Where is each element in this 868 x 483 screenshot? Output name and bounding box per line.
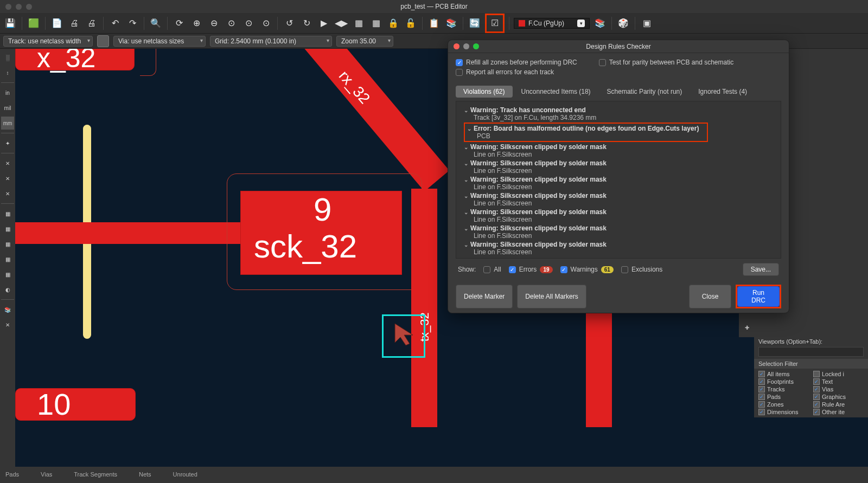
board-setup-icon[interactable]: 🟩 xyxy=(27,16,41,30)
zoom-in-icon[interactable]: ⊕ xyxy=(189,16,203,30)
filter-row[interactable]: ✓Dimensions xyxy=(758,409,809,415)
find-icon[interactable]: 🔍 xyxy=(149,16,163,30)
filter-row[interactable]: Locked i xyxy=(813,371,864,377)
refill-checkbox[interactable]: ✓ xyxy=(456,59,463,66)
delete-marker-button[interactable]: Delete Marker xyxy=(456,285,513,308)
polar-coords-icon[interactable]: ↕ xyxy=(1,66,14,79)
tab-ignored[interactable]: Ignored Tests (4) xyxy=(691,86,755,98)
run-drc-button[interactable]: Run DRC xyxy=(737,286,780,307)
update-pcb-icon[interactable]: 🔄 xyxy=(468,16,482,30)
filter-row[interactable]: ✓Zones xyxy=(758,401,809,408)
filter-row[interactable]: ✓Rule Are xyxy=(813,401,864,408)
group-icon[interactable]: ▦ xyxy=(352,16,366,30)
ratsnest-hide-icon[interactable]: ✕ xyxy=(1,187,14,200)
violation-item[interactable]: ⌄Warning: Silkscreen clipped by solder m… xyxy=(464,159,773,175)
filter-row[interactable]: ✓Graphics xyxy=(813,394,864,400)
cursor-arrow-icon xyxy=(392,321,419,348)
violation-item[interactable]: ⌄Warning: Silkscreen clipped by solder m… xyxy=(464,191,773,208)
violation-item[interactable]: ⌄Warning: Silkscreen clipped by solder m… xyxy=(464,175,773,191)
viewports-selector[interactable] xyxy=(758,347,864,357)
filter-row[interactable]: ✓Footprints xyxy=(758,378,809,385)
layer-selector[interactable]: F.Cu (PgUp) ▾ xyxy=(514,18,590,29)
tracks-mode-icon[interactable]: ▦ xyxy=(1,253,14,266)
violation-item[interactable]: ⌄Warning: Silkscreen clipped by solder m… xyxy=(464,240,773,256)
tab-violations[interactable]: Violations (62) xyxy=(456,86,513,98)
zones-mode-icon[interactable]: ▦ xyxy=(1,207,14,220)
graphics-mode-icon[interactable]: ▦ xyxy=(1,268,14,281)
close-button[interactable]: Close xyxy=(689,285,731,308)
units-in-icon[interactable]: in xyxy=(1,86,14,99)
scripting-console-icon[interactable]: ▣ xyxy=(640,16,654,30)
print-icon[interactable]: 🖨 xyxy=(67,16,81,30)
show-exclusions-checkbox[interactable] xyxy=(621,266,628,273)
rotate-cw-icon[interactable]: ↻ xyxy=(299,16,314,30)
ungroup-icon[interactable]: ▦ xyxy=(369,16,383,30)
zoom-selector[interactable]: Zoom 35.00 xyxy=(336,36,393,47)
violations-list[interactable]: ⌄Warning: Track has unconnected endTrack… xyxy=(456,101,781,259)
close-window-icon[interactable] xyxy=(5,4,11,10)
page-settings-icon[interactable]: 📄 xyxy=(50,16,64,30)
violation-item[interactable]: ⌄Warning: Silkscreen clipped by solder m… xyxy=(464,143,773,159)
drc-icon[interactable]: ☑ xyxy=(488,16,502,30)
parity-checkbox[interactable] xyxy=(599,59,606,66)
3d-viewer-icon[interactable]: 🎲 xyxy=(616,16,630,30)
violation-item[interactable]: ⌄Warning: Track has unconnected endTrack… xyxy=(464,106,773,122)
grid-toggle-icon[interactable]: ░ xyxy=(1,51,14,64)
violation-item[interactable]: ⌄Error: Board has malformed outline (no … xyxy=(464,122,773,143)
tools-icon[interactable]: ✕ xyxy=(1,318,14,331)
tab-parity[interactable]: Schematic Parity (not run) xyxy=(599,86,690,98)
filter-row[interactable]: ✓All items xyxy=(758,371,809,377)
all-errors-checkbox[interactable] xyxy=(456,69,463,76)
grid-selector[interactable]: Grid: 2.5400 mm (0.1000 in) xyxy=(210,36,332,47)
ratsnest-icon[interactable]: ✕ xyxy=(1,157,14,170)
filter-row[interactable]: ✓Other ite xyxy=(813,409,864,415)
violation-item[interactable]: ⌄Warning: Silkscreen clipped by solder m… xyxy=(464,208,773,224)
plot-icon[interactable]: 🖨 xyxy=(85,16,99,30)
filter-row[interactable]: ✓Vias xyxy=(813,386,864,392)
ratsnest-curve-icon[interactable]: ✕ xyxy=(1,172,14,185)
filter-row[interactable]: ✓Pads xyxy=(758,394,809,400)
redo-icon[interactable]: ↷ xyxy=(125,16,139,30)
layers-manager-icon[interactable]: 📚 xyxy=(1,303,14,316)
rotate-ccw-icon[interactable]: ↺ xyxy=(282,16,296,30)
track-width-selector[interactable]: Track: use netclass width xyxy=(3,36,93,47)
via-size-selector[interactable]: Via: use netclass sizes xyxy=(113,36,206,47)
layers-stack-icon[interactable]: 📚 xyxy=(593,16,607,30)
mirror-v-icon[interactable]: ▶ xyxy=(317,16,331,30)
undo-icon[interactable]: ↶ xyxy=(108,16,122,30)
save-icon[interactable]: 💾 xyxy=(3,16,17,30)
track-width-toggle[interactable] xyxy=(97,35,109,47)
filter-row[interactable]: ✓Tracks xyxy=(758,386,809,392)
zoom-out-icon[interactable]: ⊖ xyxy=(207,16,221,30)
net-label-sck32: sck_32 xyxy=(254,228,357,265)
minimize-window-icon[interactable] xyxy=(16,4,22,10)
footprint-browser-icon[interactable]: 📚 xyxy=(444,16,458,30)
show-warnings-checkbox[interactable]: ✓ xyxy=(560,266,567,273)
violation-item[interactable]: ⌄Warning: Silkscreen clipped by solder m… xyxy=(464,224,773,240)
tab-unconnected[interactable]: Unconnected Items (18) xyxy=(514,86,598,98)
save-report-button[interactable]: Save... xyxy=(743,263,779,276)
delete-all-markers-button[interactable]: Delete All Markers xyxy=(517,285,586,308)
show-errors-checkbox[interactable]: ✓ xyxy=(509,266,516,273)
dialog-minimize-icon[interactable] xyxy=(463,43,469,49)
zoom-selection-icon[interactable]: ⊙ xyxy=(241,16,256,30)
mirror-h-icon[interactable]: ◀▶ xyxy=(334,16,348,30)
dialog-maximize-icon[interactable] xyxy=(473,43,479,49)
show-all-checkbox[interactable] xyxy=(483,266,490,273)
unlock-icon[interactable]: 🔓 xyxy=(404,16,418,30)
filter-row[interactable]: ✓Text xyxy=(813,378,864,385)
refresh-icon[interactable]: ⟳ xyxy=(172,16,186,30)
contrast-mode-icon[interactable]: ◐ xyxy=(1,283,14,296)
pads-mode-icon[interactable]: ▦ xyxy=(1,222,14,235)
add-icon[interactable]: ✚ xyxy=(741,321,754,334)
units-mil-icon[interactable]: mil xyxy=(1,101,14,114)
zoom-tool-icon[interactable]: ⊙ xyxy=(259,16,273,30)
cursor-shape-icon[interactable]: ✦ xyxy=(1,137,14,150)
zoom-fit-icon[interactable]: ⊙ xyxy=(224,16,238,30)
maximize-window-icon[interactable] xyxy=(26,4,32,10)
dialog-close-icon[interactable] xyxy=(454,43,459,49)
vias-mode-icon[interactable]: ▦ xyxy=(1,237,14,250)
footprint-editor-icon[interactable]: 📋 xyxy=(427,16,441,30)
lock-icon[interactable]: 🔒 xyxy=(386,16,400,30)
units-mm-icon[interactable]: mm xyxy=(1,117,14,130)
